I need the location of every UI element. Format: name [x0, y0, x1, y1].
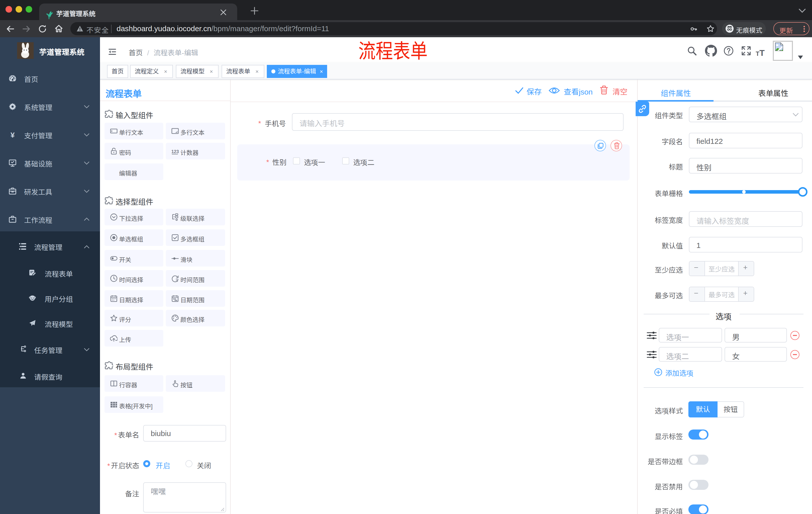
svg-text:¥: ¥ — [10, 131, 15, 139]
svg-text:123: 123 — [171, 149, 179, 154]
